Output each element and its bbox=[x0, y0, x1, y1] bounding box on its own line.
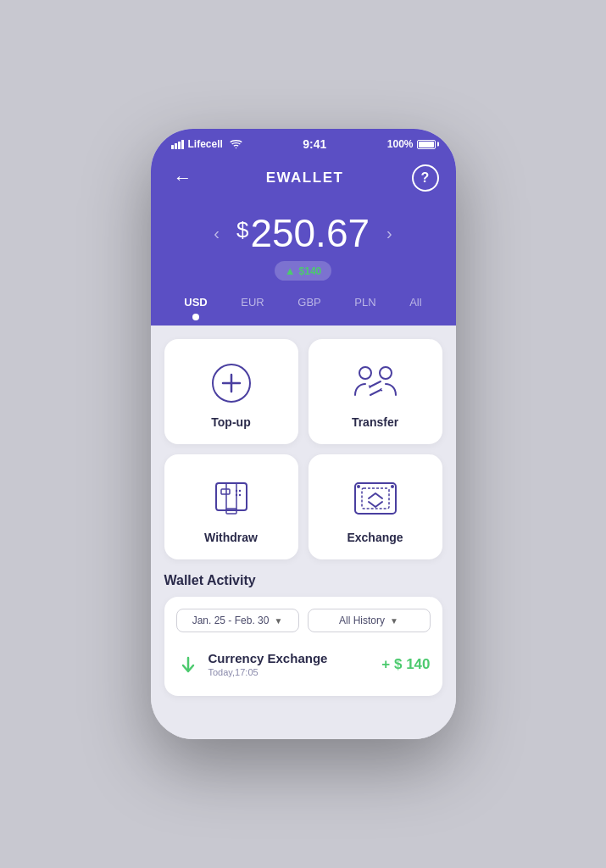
help-button[interactable]: ? bbox=[412, 164, 439, 192]
topup-icon bbox=[208, 359, 255, 407]
svg-point-8 bbox=[359, 367, 371, 379]
transaction-direction-icon bbox=[176, 653, 200, 676]
main-content: Top-up bbox=[151, 326, 456, 739]
wallet-activity-title: Wallet Activity bbox=[164, 573, 442, 588]
withdraw-icon bbox=[208, 475, 255, 522]
topup-card[interactable]: Top-up bbox=[164, 339, 298, 444]
svg-rect-3 bbox=[181, 140, 184, 149]
svg-point-15 bbox=[235, 494, 236, 496]
date-filter-chevron-icon: ▼ bbox=[274, 616, 282, 626]
balance-amount-value: 250.67 bbox=[250, 210, 370, 256]
tab-usd[interactable]: USD bbox=[177, 291, 214, 314]
date-filter-label: Jan. 25 - Feb. 30 bbox=[192, 615, 270, 626]
transaction-amount: + $ 140 bbox=[381, 656, 430, 673]
svg-point-4 bbox=[236, 147, 237, 149]
phone-shell: Lifecell 9:41 100% ← EWALLET ? ‹ $ 2 bbox=[151, 129, 456, 739]
exchange-icon bbox=[352, 475, 399, 522]
status-battery: 100% bbox=[387, 138, 436, 150]
topup-label: Top-up bbox=[211, 415, 250, 429]
svg-rect-10 bbox=[216, 483, 247, 510]
status-time: 9:41 bbox=[303, 137, 326, 151]
svg-rect-12 bbox=[221, 489, 230, 494]
transaction-item: Currency Exchange Today,17:05 + $ 140 bbox=[176, 644, 431, 684]
withdraw-label: Withdraw bbox=[204, 531, 258, 544]
svg-point-16 bbox=[238, 494, 240, 496]
svg-rect-1 bbox=[175, 143, 177, 149]
svg-point-9 bbox=[380, 367, 392, 379]
history-filter-button[interactable]: All History ▼ bbox=[308, 609, 431, 632]
badge-arrow-icon: ▲ bbox=[285, 264, 296, 277]
svg-point-13 bbox=[235, 490, 236, 492]
tab-gbp[interactable]: GBP bbox=[291, 291, 327, 314]
date-filter-button[interactable]: Jan. 25 - Feb. 30 ▼ bbox=[176, 609, 299, 632]
exchange-label: Exchange bbox=[347, 531, 403, 544]
battery-icon bbox=[417, 140, 436, 149]
exchange-card[interactable]: Exchange bbox=[309, 454, 442, 559]
back-button[interactable]: ← bbox=[168, 163, 198, 193]
transaction-info: Currency Exchange Today,17:05 bbox=[208, 651, 374, 677]
withdraw-card[interactable]: Withdraw bbox=[164, 454, 298, 559]
svg-rect-19 bbox=[362, 488, 389, 509]
badge-amount: $140 bbox=[299, 265, 322, 277]
transfer-card[interactable]: Transfer bbox=[309, 339, 442, 444]
wallet-activity-section: Wallet Activity Jan. 25 - Feb. 30 ▼ All … bbox=[151, 566, 456, 696]
svg-point-20 bbox=[357, 485, 360, 488]
action-grid: Top-up bbox=[151, 326, 456, 566]
transaction-name: Currency Exchange bbox=[208, 651, 374, 665]
currency-tabs: USD EUR GBP PLN All bbox=[151, 291, 456, 314]
battery-percent: 100% bbox=[387, 138, 414, 150]
tab-all[interactable]: All bbox=[403, 291, 428, 314]
carrier-label: Lifecell bbox=[188, 138, 223, 150]
transfer-icon bbox=[352, 359, 399, 407]
app-header: ← EWALLET ? bbox=[151, 156, 456, 203]
svg-point-21 bbox=[391, 485, 394, 488]
transfer-label: Transfer bbox=[352, 415, 398, 429]
svg-point-14 bbox=[238, 490, 240, 492]
svg-rect-0 bbox=[171, 145, 174, 149]
balance-change-badge: ▲ $140 bbox=[275, 261, 332, 281]
prev-currency-button[interactable]: ‹ bbox=[207, 220, 226, 247]
activity-filters: Jan. 25 - Feb. 30 ▼ All History ▼ bbox=[176, 609, 431, 632]
balance-row: ‹ $ 250.67 › bbox=[168, 210, 439, 256]
balance-display: $ 250.67 bbox=[236, 210, 370, 256]
tab-pln[interactable]: PLN bbox=[347, 291, 382, 314]
currency-symbol: $ bbox=[236, 217, 248, 243]
svg-rect-11 bbox=[226, 483, 236, 510]
tab-eur[interactable]: EUR bbox=[234, 291, 270, 314]
page-title: EWALLET bbox=[266, 170, 344, 186]
status-bar: Lifecell 9:41 100% bbox=[151, 129, 456, 156]
history-filter-label: All History bbox=[339, 615, 385, 626]
history-filter-chevron-icon: ▼ bbox=[390, 616, 398, 626]
status-carrier: Lifecell bbox=[171, 138, 242, 150]
activity-card: Jan. 25 - Feb. 30 ▼ All History ▼ bbox=[164, 597, 442, 696]
next-currency-button[interactable]: › bbox=[380, 220, 399, 247]
balance-section: ‹ $ 250.67 › ▲ $140 bbox=[151, 203, 456, 291]
svg-rect-2 bbox=[178, 142, 181, 149]
transaction-time: Today,17:05 bbox=[208, 667, 374, 677]
